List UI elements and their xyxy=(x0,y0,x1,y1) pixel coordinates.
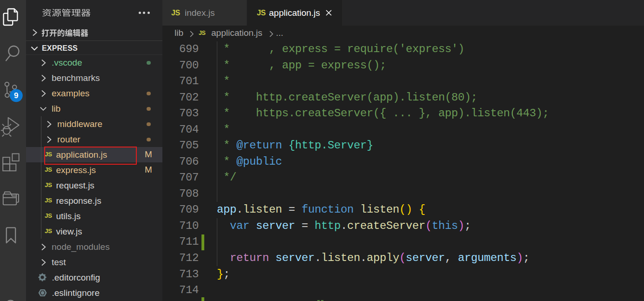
svg-text:9: 9 xyxy=(14,91,18,100)
